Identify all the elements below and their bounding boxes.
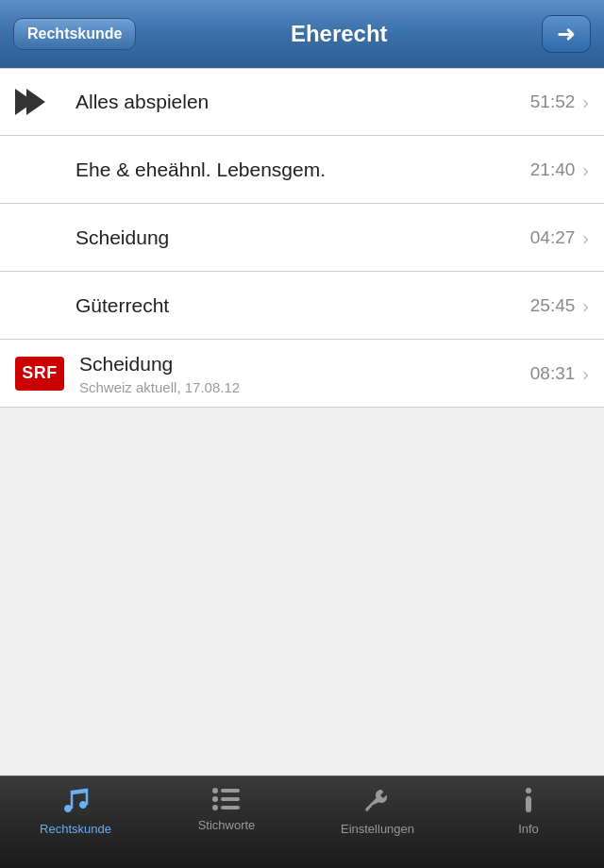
item-duration: 25:45 (530, 295, 576, 316)
item-title: Scheidung (79, 351, 519, 376)
svg-rect-5 (221, 806, 240, 810)
srf-badge: SRF (15, 357, 64, 391)
item-duration: 08:31 (530, 363, 576, 384)
item-text: Scheidung (64, 225, 530, 250)
item-title: Güterrecht (76, 292, 519, 318)
list-item[interactable]: Güterrecht 25:45 › (0, 272, 604, 340)
page-title: Eherecht (136, 21, 542, 47)
item-title: Scheidung (76, 225, 519, 250)
tab-info-label: Info (518, 823, 539, 835)
header: Rechtskunde Eherecht ➜ (0, 0, 604, 68)
item-text: Alles abspielen (64, 89, 530, 114)
list-item[interactable]: Ehe & eheähnl. Lebensgem. 21:40 › (0, 136, 604, 204)
tab-info[interactable]: Info (453, 786, 604, 835)
item-duration: 51:52 (530, 92, 576, 112)
tab-stichworte[interactable]: Stichworte (151, 786, 302, 831)
item-text: Güterrecht (64, 292, 530, 318)
forward-button[interactable]: ➜ (542, 15, 591, 53)
info-icon (515, 786, 542, 819)
tab-bar: Rechtskunde Stichworte Einstellungen (0, 776, 604, 868)
list-item[interactable]: Scheidung 04:27 › (0, 204, 604, 272)
list-item[interactable]: SRF Scheidung Schweiz aktuell, 17.08.12 … (0, 340, 604, 408)
arrow-right-icon: ➜ (557, 23, 576, 45)
chevron-right-icon: › (582, 160, 589, 179)
chevron-right-icon: › (582, 364, 589, 383)
content-list: Alles abspielen 51:52 › Ehe & eheähnl. L… (0, 68, 604, 408)
list-item[interactable]: Alles abspielen 51:52 › (0, 68, 604, 136)
tab-stichworte-label: Stichworte (198, 819, 256, 831)
item-duration: 04:27 (530, 227, 576, 248)
svg-point-4 (212, 805, 218, 810)
item-title: Ehe & eheähnl. Lebensgem. (76, 157, 519, 182)
svg-rect-3 (221, 797, 240, 801)
chevron-right-icon: › (582, 228, 589, 247)
chevron-right-icon: › (582, 92, 589, 111)
tab-rechtskunde[interactable]: Rechtskunde (0, 786, 151, 835)
tab-einstellungen[interactable]: Einstellungen (302, 786, 453, 835)
svg-rect-1 (221, 789, 240, 793)
item-text: Ehe & eheähnl. Lebensgem. (64, 157, 530, 182)
list-icon (211, 786, 242, 815)
item-subtitle: Schweiz aktuell, 17.08.12 (79, 379, 519, 395)
item-text: Scheidung Schweiz aktuell, 17.08.12 (64, 351, 530, 394)
svg-point-2 (212, 796, 218, 802)
play-all-icon (15, 89, 64, 115)
tab-rechtskunde-label: Rechtskunde (40, 823, 111, 835)
svg-rect-7 (526, 796, 531, 812)
svg-point-0 (212, 788, 218, 793)
item-title: Alles abspielen (76, 89, 519, 114)
back-button[interactable]: Rechtskunde (13, 18, 136, 50)
svg-point-6 (526, 788, 531, 793)
wrench-icon (362, 786, 393, 819)
chevron-right-icon: › (582, 296, 589, 315)
tab-einstellungen-label: Einstellungen (341, 823, 414, 835)
item-duration: 21:40 (530, 159, 576, 180)
music-icon (60, 786, 91, 819)
